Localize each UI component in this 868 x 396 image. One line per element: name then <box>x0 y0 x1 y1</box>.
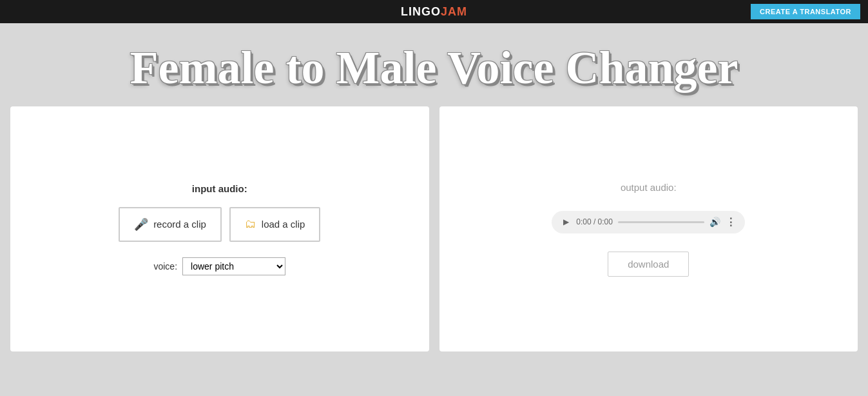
left-panel: input audio: 🎤 record a clip 🗂 load a cl… <box>10 106 429 351</box>
record-button-label: record a clip <box>153 219 206 230</box>
download-button[interactable]: download <box>608 252 689 277</box>
play-button[interactable]: ▶ <box>561 217 571 227</box>
main-content: input audio: 🎤 record a clip 🗂 load a cl… <box>0 106 868 362</box>
load-button[interactable]: 🗂 load a clip <box>229 207 321 242</box>
logo-lingo: LINGO <box>401 5 441 18</box>
mic-icon: 🎤 <box>134 217 148 232</box>
create-translator-button[interactable]: CREATE A TRANSLATOR <box>751 4 860 19</box>
voice-label: voice: <box>153 261 177 272</box>
output-audio-label: output audio: <box>621 182 677 193</box>
time-display: 0:00 / 0:00 <box>576 217 613 226</box>
right-panel: output audio: ▶ 0:00 / 0:00 🔊 ⋮ download <box>439 106 858 351</box>
voice-select[interactable]: lower pitch deeper voice male voice 1 ma… <box>182 257 285 275</box>
load-button-label: load a clip <box>262 219 305 230</box>
audio-buttons: 🎤 record a clip 🗂 load a clip <box>119 207 320 242</box>
audio-player: ▶ 0:00 / 0:00 🔊 ⋮ <box>552 211 745 233</box>
voice-selector-row: voice: lower pitch deeper voice male voi… <box>153 257 285 275</box>
input-audio-label: input audio: <box>192 183 247 194</box>
more-options-icon[interactable]: ⋮ <box>726 216 736 228</box>
record-button[interactable]: 🎤 record a clip <box>119 207 222 242</box>
logo: LINGOJAM <box>401 5 467 19</box>
folder-icon: 🗂 <box>245 217 256 231</box>
logo-jam: JAM <box>441 5 467 18</box>
header-area: Female to Male Voice Changer <box>0 23 868 106</box>
progress-bar[interactable] <box>618 221 704 223</box>
navbar: LINGOJAM CREATE A TRANSLATOR <box>0 0 868 23</box>
page-title: Female to Male Voice Changer <box>13 43 855 94</box>
volume-icon[interactable]: 🔊 <box>709 217 720 227</box>
